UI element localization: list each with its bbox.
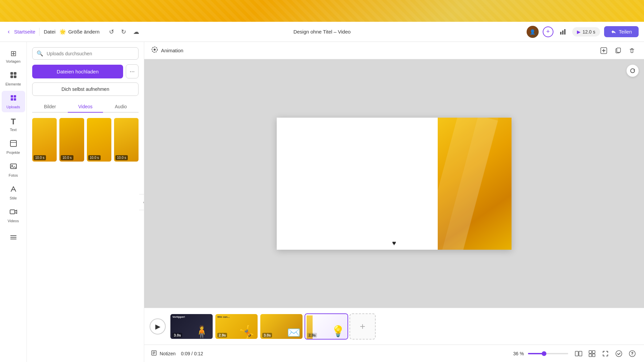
view-mode-button[interactable] <box>574 349 584 359</box>
canvas-viewport[interactable]: ♥ <box>144 59 644 308</box>
video-thumb-2[interactable]: 10.0 s <box>59 118 84 162</box>
check-button[interactable] <box>614 349 624 359</box>
video-grid: 10.0 s 10.0 s 10.0 s 10.0 s <box>32 118 139 162</box>
fotos-icon <box>10 163 17 172</box>
sidebar-item-fotos[interactable]: Fotos <box>2 159 25 181</box>
clip-4-bulb-icon: 💡 <box>331 325 345 338</box>
sidebar-item-stile[interactable]: Stile <box>2 182 25 203</box>
zoom-slider-wrap <box>528 353 568 354</box>
video-thumb-1[interactable]: 10.0 s <box>32 118 57 162</box>
back-label: Startseite <box>14 29 35 35</box>
back-button[interactable]: ‹ Startseite <box>5 28 35 35</box>
delete-button[interactable] <box>627 45 637 56</box>
zoom-slider[interactable] <box>528 353 568 354</box>
sidebar-item-elemente[interactable]: Elemente <box>2 68 25 89</box>
cloud-save-button[interactable]: ☁ <box>133 28 139 36</box>
status-bar: Notizen 0:09 / 0:12 36 % <box>144 345 644 362</box>
uploads-icon <box>10 94 17 104</box>
timeline-clip-3[interactable]: ✉️ 3.0s <box>260 313 303 340</box>
notes-button[interactable]: Notizen <box>151 350 175 357</box>
clip-3-duration: 3.0s <box>262 333 272 338</box>
tab-bilder[interactable]: Bilder <box>32 101 68 113</box>
svg-rect-5 <box>10 75 13 78</box>
sidebar-item-pattern[interactable] <box>2 230 25 246</box>
clip-2-duration: 2.9s <box>217 333 227 338</box>
svg-rect-7 <box>11 95 13 98</box>
svg-rect-6 <box>14 75 16 78</box>
left-panel: 🔍 Dateien hochladen ··· Dich selbst aufn… <box>27 42 144 362</box>
add-content-button[interactable] <box>598 45 609 56</box>
clip-2-person: 🤸 <box>239 325 254 339</box>
timeline-clip-1[interactable]: Vortipper! 🧍 3.0s <box>170 313 213 340</box>
avatar-button[interactable]: 👤 <box>527 26 539 38</box>
timeline-clip-4[interactable]: 💡 2.9s <box>305 313 348 340</box>
zoom-area: 36 % <box>511 351 568 356</box>
svg-point-37 <box>632 355 633 356</box>
search-input[interactable] <box>47 51 134 56</box>
header-center: Design ohne Titel – Video <box>293 29 351 35</box>
clip-1-person: 🧍 <box>194 325 209 339</box>
collapse-panel-button[interactable]: ‹ <box>139 194 144 210</box>
sidebar-item-videos[interactable]: Videos <box>2 205 25 226</box>
tab-audio[interactable]: Audio <box>103 101 139 113</box>
copy-button[interactable] <box>612 45 623 56</box>
fullscreen-button[interactable] <box>600 349 610 359</box>
grid-view-button[interactable] <box>587 349 597 359</box>
tab-videos[interactable]: Videos <box>68 101 103 113</box>
clip-1-label: Vortipper! <box>172 315 185 318</box>
canvas-toolbar-right <box>598 45 637 56</box>
resize-button[interactable]: 🌟 Größe ändern <box>59 28 99 35</box>
svg-rect-11 <box>10 140 16 146</box>
back-arrow-icon: ‹ <box>5 28 12 35</box>
avatar-image: 👤 <box>527 26 539 38</box>
svg-rect-1 <box>562 31 564 35</box>
add-collaborator-button[interactable]: + <box>543 26 553 37</box>
sidebar-item-uploads[interactable]: Uploads <box>2 91 25 112</box>
animation-button[interactable]: Animation <box>151 46 183 55</box>
video-thumb-4[interactable]: 10.0 s <box>114 118 139 162</box>
svg-rect-33 <box>589 354 592 357</box>
svg-rect-4 <box>14 72 16 75</box>
help-button[interactable] <box>627 349 637 359</box>
video-duration-1: 10.0 s <box>34 155 46 160</box>
canvas-area: Animation <box>144 42 644 362</box>
zoom-slider-thumb[interactable] <box>542 351 546 356</box>
clip-2-label: Wie can... <box>217 315 230 318</box>
record-button[interactable]: Dich selbst aufnehmen <box>32 82 139 96</box>
svg-rect-24 <box>617 48 621 52</box>
sidebar-item-projekte[interactable]: Projekte <box>2 136 25 158</box>
upload-button[interactable]: Dateien hochladen <box>32 65 123 78</box>
video-thumb-3[interactable]: 10.0 s <box>87 118 111 162</box>
more-options-button[interactable]: ··· <box>126 64 139 78</box>
play-icon: ▶ <box>577 29 581 35</box>
main-layout: ⊞ Vorlagen Elemente <box>0 42 644 362</box>
canvas-refresh-button[interactable] <box>627 65 639 77</box>
clip-3-icon: ✉️ <box>287 326 301 339</box>
svg-rect-9 <box>11 98 13 101</box>
timeline-clip-2[interactable]: Wie can... 🤸 2.9s <box>215 313 258 340</box>
design-canvas[interactable]: ♥ <box>277 118 512 250</box>
add-clip-button[interactable]: + <box>350 313 376 340</box>
stats-button[interactable] <box>557 26 568 37</box>
sidebar-item-vorlagen[interactable]: ⊞ Vorlagen <box>2 46 25 67</box>
canvas-heart-indicator: ♥ <box>392 239 396 247</box>
zoom-percentage: 36 % <box>511 351 524 356</box>
search-icon: 🔍 <box>37 50 43 57</box>
file-menu-button[interactable]: Datei <box>44 29 55 35</box>
sidebar-label-elemente: Elemente <box>5 82 21 86</box>
vorlagen-icon: ⊞ <box>10 49 16 58</box>
redo-button[interactable]: ↻ <box>118 26 129 37</box>
time-display: 0:09 / 0:12 <box>181 351 203 356</box>
header-divider <box>39 28 40 36</box>
share-button[interactable]: Teilen <box>604 26 639 37</box>
duration-button[interactable]: ▶ 12.0 s <box>572 27 600 37</box>
play-button[interactable]: ▶ <box>150 318 166 335</box>
svg-rect-0 <box>560 32 561 35</box>
projekte-icon <box>10 140 17 149</box>
duration-value: 12.0 s <box>583 29 595 35</box>
sidebar-item-text[interactable]: T Text <box>2 114 25 135</box>
svg-point-19 <box>154 49 156 51</box>
time-total: 0:12 <box>194 351 203 356</box>
undo-button[interactable]: ↺ <box>106 26 117 37</box>
upload-row: Dateien hochladen ··· <box>32 64 139 78</box>
